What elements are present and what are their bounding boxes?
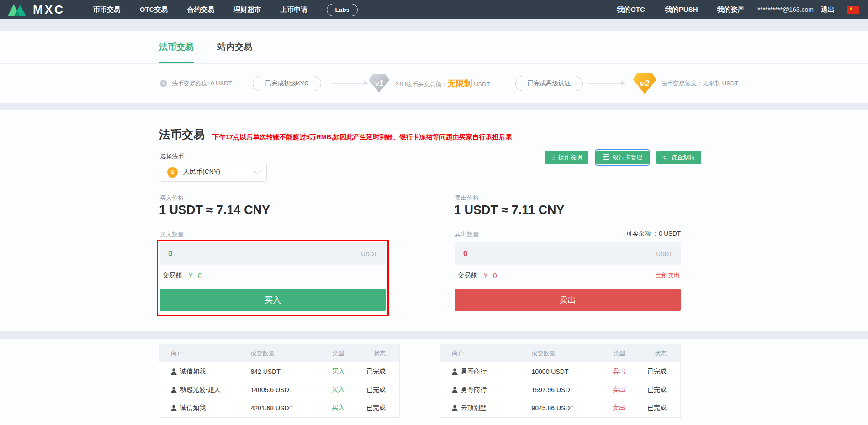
table-row[interactable]: 勇哥商行 1597.96 USDT 卖出 已完成 [440,381,680,399]
page: MXC 币币交易 OTC交易 合约交易 理财超市 上币申请 Labs 我的OTC… [0,0,868,425]
nav-item-spot[interactable]: 币币交易 [93,5,121,14]
my-otc-link[interactable]: 我的OTC [617,5,645,14]
fiat-currency-select[interactable]: ¥ 人民币(CNY) [160,163,267,182]
table-row[interactable]: 诚信如我 4201.68 USDT 买入 已完成 [159,399,399,417]
buy-quantity-input[interactable] [168,249,305,258]
top-navigation: MXC 币币交易 OTC交易 合约交易 理财超市 上币申请 Labs 我的OTC… [0,0,868,19]
merchant-header: 商户 [440,349,532,357]
buy-orders-table: 商户 成交数量 类型 状态 诚信如我 842 USDT 买入 已完成 动感光波-… [159,344,400,418]
nav-item-listing[interactable]: 上币申请 [280,5,307,14]
kyc-level1-pill[interactable]: 已完成初级KYC [253,76,321,91]
sell-all-link[interactable]: 全部卖出 [656,271,681,279]
buy-amount-value: 0 [198,272,201,279]
bank-card-manage-button[interactable]: 银行卡管理 [596,151,649,164]
type-header: 类型 [320,349,356,357]
select-fiat-label: 选择法币 [160,152,184,161]
status-header: 状态 [356,349,400,357]
buy-amount-label: 交易额 [163,271,182,279]
account-email[interactable]: l**********@163.com [756,6,814,13]
flag-star: ★ [849,5,853,11]
bank-card-icon [603,154,609,161]
sell-amount-value: 0 [493,272,497,279]
tab-internal-trade[interactable]: 站内交易 [217,31,252,63]
kyc-progress-bar: ! 法币交易额度: 0 USDT 已完成初级KYC v1 24H法币买卖总额：无… [0,64,868,103]
buy-button[interactable]: 买入 [160,289,386,311]
table-header: 商户 成交数量 类型 状态 [159,344,399,362]
page-title: 法币交易 [159,127,205,142]
sell-amount-label: 交易额 [458,271,477,279]
chevron-down-icon [254,168,260,174]
tab-fiat-trade[interactable]: 法币交易 [159,31,194,63]
fiat-quota-text: 法币交易额度: 0 USDT [172,79,232,88]
transfer-circle-icon: ↻ [663,155,668,161]
v1-badge-icon: v1 [369,74,390,93]
v2-quota-text: 法币交易额度：无限制 USDT [661,79,738,88]
yuan-symbol: ¥ [484,272,487,279]
tabs-kyc-card: 法币交易 站内交易 ! 法币交易额度: 0 USDT 已完成初级KYC v1 2… [0,31,868,103]
labs-button[interactable]: Labs [327,4,358,16]
user-icon [171,405,177,411]
trade-tabs: 法币交易 站内交易 [0,31,868,64]
table-header: 商户 成交数量 类型 状态 [440,344,680,362]
sell-price-value: 1 USDT ≈ 7.11 CNY [454,203,564,217]
user-icon [171,368,177,375]
nav-item-finance[interactable]: 理财超市 [233,5,261,14]
table-row[interactable]: 勇哥商行 10000 USDT 卖出 已完成 [440,362,680,381]
yuan-icon: ¥ [167,167,178,178]
fund-transfer-button[interactable]: ↻ 资金划转 [656,151,701,164]
table-row[interactable]: 云顶别墅 9045.86 USDT 卖出 已完成 [440,399,680,417]
v2-badge-icon: v2 [633,73,656,94]
fiat-trade-card: 法币交易 下午17点以后单次转账不能超过5万RMB,如因此产生延时到账、银行卡冻… [0,110,868,331]
buy-amount-row: 交易额 ¥ 0 [160,266,386,285]
recent-orders-card: 商户 成交数量 类型 状态 诚信如我 842 USDT 买入 已完成 动感光波-… [0,339,868,425]
kyc-level2-pill[interactable]: 已完成高级认证 [515,76,583,91]
status-header: 状态 [637,349,681,357]
transfer-warning-text: 下午17点以后单次转账不能超过5万RMB,如因此产生延时到账、银行卡冻结等问题由… [212,133,512,142]
user-icon [452,405,458,411]
operation-guide-button[interactable]: ☝ 操作说明 [545,151,588,164]
sell-orders-table: 商户 成交数量 类型 状态 勇哥商行 10000 USDT 卖出 已完成 勇哥商… [440,344,681,418]
buy-price-value: 1 USDT ≈ 7.14 CNY [159,203,270,217]
main-menu: 币币交易 OTC交易 合约交易 理财超市 上币申请 Labs [93,4,358,16]
merchant-header: 商户 [159,349,251,357]
hand-pointer-icon: ☝ [551,155,555,161]
language-flag-icon[interactable]: ★ [847,6,859,14]
nav-item-contract[interactable]: 合约交易 [187,5,214,14]
brand-name: MXC [33,3,65,17]
arrow-right-icon [331,83,364,84]
selected-currency: 人民币(CNY) [183,168,220,176]
sell-amount-row: 交易额 ¥ 0 全部卖出 [455,266,681,285]
buy-unit-label: USDT [361,251,377,257]
amount-header: 成交数量 [251,349,320,357]
mxc-logo[interactable]: MXC [7,3,65,17]
sell-price-label: 卖出价格 [455,194,479,202]
table-row[interactable]: 诚信如我 842 USDT 买入 已完成 [159,362,399,381]
unlimited-highlight: 无限制 [448,79,472,88]
sellable-balance: 可卖余额 ：0 USDT [455,230,681,238]
mxc-logo-icon [7,3,27,16]
my-push-link[interactable]: 我的PUSH [665,5,698,14]
amount-header: 成交数量 [532,349,601,357]
user-icon [452,368,458,375]
arrow-right-icon [588,83,621,84]
daily-total-text: 24H法币买卖总额：无限制 USDT [395,78,490,89]
logout-link[interactable]: 退出 [821,5,835,14]
sell-quantity-input[interactable] [463,249,600,258]
buy-quantity-field: USDT [160,242,386,265]
type-header: 类型 [601,349,637,357]
my-assets-link[interactable]: 我的资产 [717,5,744,14]
user-icon [171,387,177,393]
exclamation-icon: ! [160,80,167,87]
sell-unit-label: USDT [656,251,672,257]
table-row[interactable]: 动感光波-超人 14005.6 USDT 买入 已完成 [159,381,399,399]
divider [455,286,681,286]
yuan-symbol: ¥ [189,272,192,279]
buy-price-label: 买入价格 [160,194,184,202]
sell-quantity-field: USDT [455,242,681,265]
divider [160,286,386,286]
user-menu: 我的OTC 我的PUSH 我的资产 l**********@163.com 退出… [617,5,859,14]
action-buttons: ☝ 操作说明 银行卡管理 ↻ 资金划转 [545,151,701,164]
sell-button[interactable]: 卖出 [455,289,681,311]
user-icon [452,387,458,393]
nav-item-otc[interactable]: OTC交易 [140,5,168,14]
